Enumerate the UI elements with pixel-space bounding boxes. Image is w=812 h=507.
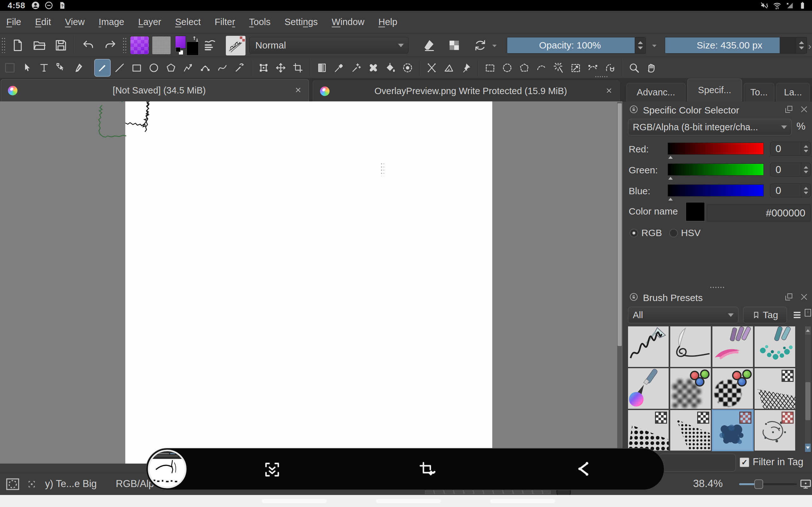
toolbar-grip[interactable] [122,37,127,53]
selection-indicator-icon[interactable] [5,476,20,492]
brush-preset-brushes-pink-paint[interactable] [712,326,753,367]
tool-enclose-fill[interactable] [399,59,416,77]
brush-preset-ink-pen-scribble[interactable] [628,326,669,367]
menu-view[interactable]: View [65,17,85,27]
tool-line[interactable] [111,59,128,77]
canvas-vertical-scrollbar[interactable] [617,102,622,463]
tool-zoom-tool[interactable] [626,59,642,77]
menu-file[interactable]: File [6,17,21,27]
tool-text[interactable] [36,59,52,77]
preset-search-input[interactable] [659,454,736,471]
channel-value-input[interactable]: 0 [770,142,811,156]
brush-preset-texture-splat-blue[interactable] [712,410,753,451]
tool-ellipse[interactable] [146,59,162,77]
docker-tab-la[interactable]: La... [776,83,810,101]
close-icon[interactable] [295,85,302,96]
reload-preset-button[interactable] [472,37,489,54]
opacity-slider[interactable]: Opacity: 100% [507,37,646,54]
close-icon[interactable] [799,105,809,116]
brush-preset-soft-checker-rgb[interactable] [670,368,711,409]
brush-preset-halftone-fine[interactable] [670,410,711,451]
tool-select-color-range[interactable] [567,59,584,77]
tool-pan-tool[interactable] [643,59,659,77]
tool-edit-shapes[interactable] [53,59,69,77]
tool-calligraphy[interactable] [70,59,87,77]
brush-preset-brushes-teal-dots[interactable] [755,326,795,367]
tool-gradient[interactable] [314,59,330,77]
current-brush-preset[interactable] [226,36,246,55]
document-tab[interactable]: [Not Saved] (34.5 MiB) [1,79,309,101]
tool-select-bezier[interactable] [585,59,601,77]
menu-filter[interactable]: Filter [215,17,235,27]
docker-tab-to[interactable]: To... [744,83,774,101]
zoom-slider[interactable] [739,483,797,485]
close-icon[interactable] [799,292,809,304]
save-button[interactable] [53,37,69,54]
brush-preset-quill-swirl[interactable] [670,326,711,367]
tool-assistants[interactable] [423,59,440,77]
pattern-chooser[interactable] [152,37,171,54]
brush-preset-halftone-coarse[interactable] [628,410,669,451]
instant-preview-icon[interactable] [27,480,37,489]
tool-transform[interactable] [255,59,272,77]
tool-color-sampler[interactable] [331,59,347,77]
lock-docker-icon[interactable] [629,105,639,116]
tool-polyline[interactable] [180,59,196,77]
scrollbar-thumb[interactable] [618,103,622,346]
radio-rgb[interactable] [629,229,638,237]
eraser-mode-button[interactable] [420,37,437,54]
brush-preset-sharp-checker-rgb[interactable] [712,368,753,409]
preset-scrollbar[interactable] [805,326,811,452]
float-docker-icon[interactable] [784,105,794,116]
tag-button[interactable]: Tag [743,307,787,323]
opacity-spinner[interactable] [635,38,646,53]
tool-move[interactable] [272,59,289,77]
tool-select-magnetic[interactable] [602,59,618,77]
menu-window[interactable]: Window [332,17,364,27]
channel-value-input[interactable]: 0 [770,183,811,198]
background-color-swatch[interactable] [187,42,199,55]
hex-color-input[interactable]: #000000 [707,205,811,222]
default-colors-icon[interactable] [176,47,183,55]
brush-preset-splatter-texture[interactable] [755,410,795,451]
docker-tab-advanc[interactable]: Advanc... [626,83,686,101]
docker-tab-specif[interactable]: Specif... [687,78,742,101]
toolbar-extension-icon[interactable]: › [808,41,811,52]
menu-settings[interactable]: Settings [285,17,318,27]
tool-select-freehand[interactable] [533,59,550,77]
tool-reference-images[interactable] [458,59,474,77]
splitter-handle[interactable] [380,162,384,176]
screenshot-thumbnail[interactable] [148,450,187,488]
tool-toolbox-grip[interactable] [2,59,18,77]
menu-image[interactable]: Image [99,17,124,27]
filter-in-tag-checkbox[interactable]: ✓ [740,458,749,467]
menu-icon[interactable] [792,308,803,321]
tool-rectangle[interactable] [129,59,145,77]
tool-crop[interactable] [290,59,306,77]
float-docker-icon[interactable] [784,292,794,304]
fit-to-screen-icon[interactable] [799,477,812,490]
tool-freehand-brush[interactable] [94,59,111,77]
tool-select-polygonal[interactable] [516,59,532,77]
tool-bezier-curve[interactable] [197,59,213,77]
scroll-capture-icon[interactable] [261,458,284,481]
channel-value-input[interactable]: 0 [770,163,811,176]
open-document-button[interactable] [31,37,48,54]
brush-preset-round-brush-rainbow[interactable] [628,368,669,409]
toolbar-grip[interactable] [1,37,6,53]
channel-slider-blue[interactable] [668,184,764,196]
tool-select-elliptical[interactable] [499,59,515,77]
brush-size-slider[interactable]: Size: 435.00 px [665,37,807,54]
scroll-up-button[interactable] [805,326,811,335]
menu-help[interactable]: Help [378,17,397,27]
docker-resize-handle[interactable] [710,286,724,288]
redo-button[interactable] [102,37,119,54]
tool-fill[interactable] [382,59,399,77]
screenshot-capture-toolbar[interactable] [146,448,664,490]
radio-hsv[interactable] [669,229,678,237]
blending-mode-select[interactable]: Normal [249,37,409,54]
lock-docker-icon[interactable] [629,292,639,304]
foreground-color-swatch[interactable] [175,36,186,49]
tool-polygon[interactable] [163,59,179,77]
brush-preset-crosshatch-texture[interactable] [755,368,795,409]
